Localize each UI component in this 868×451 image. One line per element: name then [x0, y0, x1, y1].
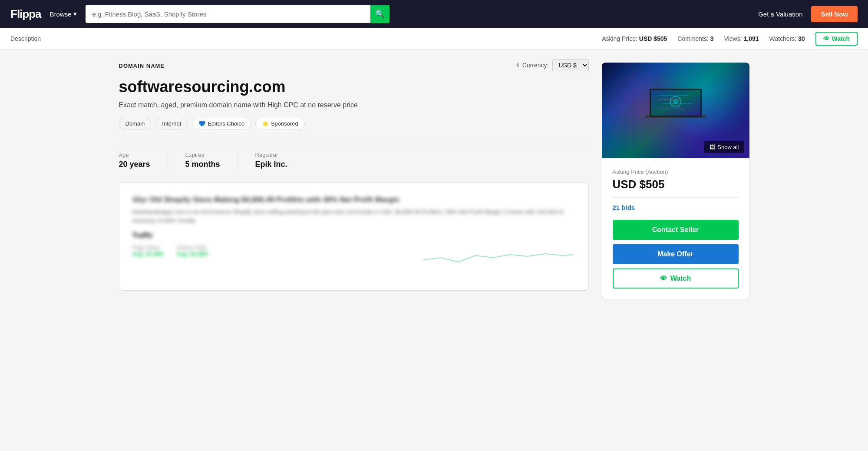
sell-now-button[interactable]: Sell Now	[811, 6, 858, 22]
watch-button-small[interactable]: 👁 Watch	[815, 32, 858, 46]
search-icon: 🔍	[375, 9, 385, 19]
svg-point-8	[673, 99, 678, 104]
content-area: DOMAIN NAME ℹ Currency: USD $ EUR € GBP …	[119, 63, 589, 299]
nav-right: Get a Valuation Sell Now	[758, 6, 858, 22]
image-icon: 🖼	[710, 144, 715, 150]
heart-icon: 💙	[198, 120, 205, 127]
stat-registrar: Registrar Epik Inc.	[255, 152, 305, 169]
tag-editors-choice[interactable]: 💙 Editors Choice	[192, 118, 251, 129]
browse-button[interactable]: Browse ▾	[50, 10, 77, 18]
currency-select[interactable]: USD $ EUR € GBP £	[552, 59, 589, 71]
laptop-illustration	[637, 80, 715, 141]
stat-age: Age 20 years	[119, 152, 168, 169]
make-offer-button[interactable]: Make Offer	[613, 244, 739, 264]
subnav: Description Asking Price: USD $505 Comme…	[0, 28, 868, 50]
domain-title: softwaresourcing.com	[119, 78, 589, 96]
search-container: 🔍	[86, 5, 389, 23]
chevron-down-icon: ▾	[73, 10, 77, 18]
sidebar: 🖼 Show all Asking Price (Auction) USD $5…	[602, 63, 749, 299]
domain-subtitle: Exact match, aged, premium domain name w…	[119, 101, 589, 109]
blurred-title: 10yr Old Shopify Store Making $4,606.49 …	[132, 196, 575, 204]
asking-price-label: Asking Price (Auction)	[613, 169, 739, 175]
tag-domain[interactable]: Domain	[119, 118, 152, 129]
asking-price-value: USD $505	[613, 178, 739, 191]
traffic-chart	[419, 238, 575, 273]
stats-row: Age 20 years Expires 5 months Registrar …	[119, 143, 589, 169]
search-input[interactable]	[86, 5, 370, 23]
main-container: DOMAIN NAME ℹ Currency: USD $ EUR € GBP …	[109, 50, 760, 312]
stat-expires: Expires 5 months	[185, 152, 238, 169]
asking-price-stat: Asking Price: USD $505	[602, 35, 667, 42]
blurred-description: hearthandtrapps.com is an eCommerce Shop…	[132, 208, 575, 225]
domain-label: DOMAIN NAME	[119, 63, 165, 69]
tag-internet[interactable]: Internet	[155, 118, 188, 129]
sidebar-card: Asking Price (Auction) USD $505 21 bids …	[602, 158, 749, 299]
star-icon: ⭐	[262, 120, 269, 127]
blurred-listing-card: 10yr Old Shopify Store Making $4,606.49 …	[119, 182, 589, 291]
eye-icon-large: 👁	[660, 275, 667, 282]
search-button[interactable]: 🔍	[370, 5, 389, 23]
watchers-stat: Watchers: 30	[769, 35, 805, 42]
subnav-stats: Asking Price: USD $505 Comments: 3 Views…	[602, 32, 858, 46]
currency-row: ℹ Currency: USD $ EUR € GBP £	[517, 59, 589, 71]
info-icon: ℹ	[517, 62, 519, 69]
browse-label: Browse	[50, 10, 72, 18]
description-link[interactable]: Description	[10, 35, 41, 42]
navbar: Flippa Browse ▾ 🔍 Get a Valuation Sell N…	[0, 0, 868, 28]
views-stat: Views: 1,091	[724, 35, 759, 42]
get-valuation-button[interactable]: Get a Valuation	[758, 10, 802, 18]
bids-link[interactable]: 21 bids	[613, 204, 739, 211]
watch-button-large[interactable]: 👁 Watch	[613, 269, 739, 289]
logo: Flippa	[10, 7, 41, 21]
divider	[613, 197, 739, 198]
eye-icon-small: 👁	[823, 35, 829, 42]
comments-stat: Comments: 3	[677, 35, 713, 42]
tags-container: Domain Internet 💙 Editors Choice ⭐ Spons…	[119, 118, 589, 129]
tag-sponsored[interactable]: ⭐ Sponsored	[255, 118, 305, 129]
show-all-button[interactable]: 🖼 Show all	[704, 141, 744, 153]
contact-seller-button[interactable]: Contact Seller	[613, 220, 739, 240]
currency-label: Currency:	[522, 62, 549, 69]
